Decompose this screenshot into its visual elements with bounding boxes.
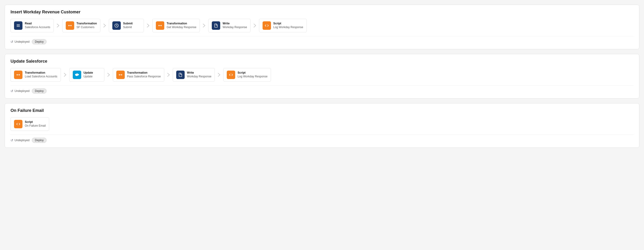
step-arrow <box>100 23 109 28</box>
transform-icon <box>116 71 125 79</box>
step-name-label: Submit <box>123 26 133 29</box>
step-arrow <box>144 23 152 28</box>
status-label: Undeployed <box>14 139 30 142</box>
pipeline-insert-workday: Insert Workday Revenue Customer Read Sal… <box>5 5 639 49</box>
step-name-label: SF Customers <box>76 26 97 29</box>
read-icon <box>14 21 22 30</box>
pipeline-steps: Read Salesforce Accounts Transformation … <box>10 19 634 32</box>
step-type-label: Write <box>222 22 247 25</box>
step-type-label: Transformation <box>25 71 57 74</box>
step-name-label: Log Workday Response <box>238 75 268 79</box>
step-card-update[interactable]: Update Update <box>69 68 104 82</box>
step-text: Transformation Get Workday Response <box>166 22 196 29</box>
step-card-script[interactable]: Script Log Workday Response <box>223 68 271 82</box>
script-icon <box>227 71 235 79</box>
step-card-transformation[interactable]: Transformation Get Workday Response <box>152 19 200 32</box>
step-arrow <box>251 23 259 28</box>
undeployed-icon: ↺ <box>10 40 13 44</box>
undeployed-icon: ↺ <box>10 138 13 142</box>
script-icon <box>262 21 271 30</box>
step-name-label: Workday Response <box>187 75 212 79</box>
transform-icon <box>66 21 74 30</box>
step-name-label: Log Workday Response <box>273 26 303 29</box>
step-type-label: Script <box>238 71 268 74</box>
step-card-transformation[interactable]: Transformation Pass Salesforce Response <box>113 68 164 82</box>
step-name-label: On Failure Email <box>25 124 46 128</box>
step-arrow <box>54 23 62 28</box>
step-type-label: Transformation <box>127 71 161 74</box>
step-text: Transformation Load Salesforce Accounts <box>25 71 57 79</box>
status-label: Undeployed <box>14 89 30 93</box>
pipeline-steps: Transformation Load Salesforce Accounts … <box>10 68 634 82</box>
deploy-button[interactable]: Deploy <box>32 138 46 143</box>
step-name-label: Salesforce Accounts <box>25 26 50 29</box>
status-badge: ↺ Undeployed <box>10 89 30 93</box>
deploy-button[interactable]: Deploy <box>32 88 46 94</box>
workday-icon <box>112 21 121 30</box>
step-text: Update Update <box>84 71 93 79</box>
write-icon <box>212 21 220 30</box>
transform-icon <box>14 71 22 79</box>
step-name-label: Load Salesforce Accounts <box>25 75 57 79</box>
pipeline-footer: ↺ Undeployed Deploy <box>10 36 634 44</box>
status-badge: ↺ Undeployed <box>10 40 30 44</box>
script-icon <box>14 120 22 128</box>
status-badge: ↺ Undeployed <box>10 138 30 142</box>
step-text: Submit Submit <box>123 22 133 29</box>
step-type-label: Read <box>25 22 50 25</box>
pipeline-title: Update Salesforce <box>10 59 634 64</box>
step-type-label: Transformation <box>76 22 97 25</box>
undeployed-icon: ↺ <box>10 89 13 93</box>
pipeline-title: Insert Workday Revenue Customer <box>10 10 634 15</box>
step-arrow <box>164 72 173 78</box>
step-card-write[interactable]: Write Workday Response <box>208 19 251 32</box>
step-arrow <box>104 72 113 78</box>
step-name-label: Get Workday Response <box>166 26 196 29</box>
step-arrow <box>200 23 208 28</box>
step-card-transformation[interactable]: Transformation SF Customers <box>62 19 100 32</box>
step-type-label: Update <box>84 71 93 74</box>
step-text: Read Salesforce Accounts <box>25 22 50 29</box>
salesforce-icon <box>73 71 81 79</box>
step-card-submit[interactable]: Submit Submit <box>109 19 144 32</box>
pipeline-on-failure-email: On Failure Email Script On Failure Email… <box>5 103 639 148</box>
step-card-write[interactable]: Write Workday Response <box>173 68 215 82</box>
step-text: Script On Failure Email <box>25 120 46 128</box>
step-card-transformation[interactable]: Transformation Load Salesforce Accounts <box>10 68 61 82</box>
step-name-label: Update <box>84 75 93 79</box>
pipeline-update-salesforce: Update Salesforce Transformation Load Sa… <box>5 54 639 98</box>
step-type-label: Submit <box>123 22 133 25</box>
step-type-label: Script <box>25 120 46 123</box>
pipeline-steps: Script On Failure Email <box>10 117 634 131</box>
step-card-script[interactable]: Script Log Workday Response <box>259 19 307 32</box>
transform-icon <box>156 21 164 30</box>
step-text: Script Log Workday Response <box>238 71 268 79</box>
pipeline-footer: ↺ Undeployed Deploy <box>10 135 634 143</box>
step-name-label: Pass Salesforce Response <box>127 75 161 79</box>
status-label: Undeployed <box>14 40 30 43</box>
deploy-button[interactable]: Deploy <box>32 39 46 44</box>
step-card-read[interactable]: Read Salesforce Accounts <box>10 19 54 32</box>
step-name-label: Workday Response <box>222 26 247 29</box>
step-text: Script Log Workday Response <box>273 22 303 29</box>
step-text: Write Workday Response <box>187 71 212 79</box>
step-type-label: Script <box>273 22 303 25</box>
step-text: Write Workday Response <box>222 22 247 29</box>
step-text: Transformation Pass Salesforce Response <box>127 71 161 79</box>
step-text: Transformation SF Customers <box>76 22 97 29</box>
step-arrow <box>215 72 223 78</box>
step-type-label: Write <box>187 71 212 74</box>
pipeline-footer: ↺ Undeployed Deploy <box>10 85 634 94</box>
write-icon <box>176 71 185 79</box>
step-card-script[interactable]: Script On Failure Email <box>10 117 49 131</box>
step-type-label: Transformation <box>166 22 196 25</box>
step-arrow <box>61 72 69 78</box>
pipeline-title: On Failure Email <box>10 108 634 113</box>
